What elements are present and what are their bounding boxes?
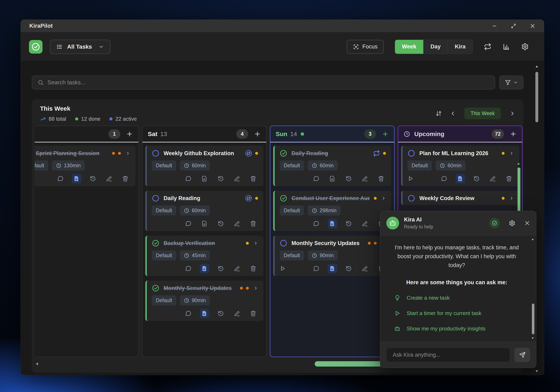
send-button[interactable] (514, 348, 530, 362)
notes-icon[interactable] (328, 219, 337, 228)
edit-icon[interactable] (360, 174, 370, 184)
column-scroll-up-icon[interactable] (516, 161, 521, 166)
scroll-left-icon[interactable] (35, 362, 40, 366)
expand-task-icon[interactable] (253, 286, 258, 291)
history-icon[interactable] (344, 219, 353, 228)
expand-task-icon[interactable] (509, 196, 514, 201)
task-status-circle-icon[interactable] (152, 149, 160, 157)
reports-icon[interactable] (502, 43, 510, 50)
task-card[interactable]: Daily ReadingDefault60min (273, 146, 391, 186)
task-card[interactable]: Sprint Planning SessionDefault130min (35, 146, 135, 186)
task-card[interactable]: Monthly Security UpdatesDefault90min (145, 281, 263, 321)
edit-icon[interactable] (360, 219, 370, 228)
delete-icon[interactable] (248, 264, 258, 273)
history-icon[interactable] (344, 264, 353, 273)
add-task-icon[interactable] (510, 130, 517, 137)
task-status-circle-icon[interactable] (408, 149, 415, 157)
add-task-icon[interactable] (126, 130, 133, 137)
kira-scroll-thumb[interactable] (532, 304, 534, 334)
next-week-icon[interactable] (509, 110, 515, 117)
delete-icon[interactable] (120, 174, 130, 184)
task-card[interactable]: Monthly Security UpdatesDefault90min (273, 235, 391, 276)
task-status-circle-icon[interactable] (280, 239, 287, 247)
expand-task-icon[interactable] (509, 151, 514, 156)
expand-task-icon[interactable] (253, 241, 258, 246)
history-icon[interactable] (472, 174, 481, 184)
notes-icon[interactable] (72, 174, 81, 184)
notes-icon[interactable] (200, 174, 209, 184)
vertical-scroll-thumb[interactable] (535, 72, 538, 122)
sort-icon[interactable] (436, 110, 442, 117)
task-status-circle-icon[interactable] (408, 194, 415, 202)
comment-icon[interactable] (183, 219, 193, 228)
scroll-up-icon[interactable] (535, 64, 539, 69)
kira-scroll-up-icon[interactable] (531, 237, 535, 241)
task-card[interactable]: Backup VerificationDefault45min (145, 235, 263, 276)
recurring-tasks-icon[interactable] (484, 43, 491, 50)
history-icon[interactable] (216, 219, 226, 228)
search-box[interactable] (32, 76, 495, 89)
kira-input[interactable] (393, 352, 504, 358)
notes-icon[interactable] (200, 219, 209, 228)
tab-kira[interactable]: Kira (448, 40, 472, 54)
task-card[interactable]: Conduct User Experience AuditDefault298m… (273, 191, 391, 231)
comment-icon[interactable] (56, 174, 65, 184)
notes-icon[interactable] (200, 309, 209, 318)
notes-icon[interactable] (328, 264, 337, 273)
history-icon[interactable] (88, 174, 98, 184)
history-icon[interactable] (216, 264, 226, 273)
kira-scroll-down-icon[interactable] (531, 336, 535, 340)
edit-icon[interactable] (232, 264, 242, 273)
start-timer-icon[interactable] (280, 265, 286, 272)
edit-icon[interactable] (488, 174, 498, 184)
delete-icon[interactable] (248, 219, 258, 228)
edit-icon[interactable] (232, 309, 242, 318)
all-tasks-dropdown[interactable]: All Tasks (50, 39, 110, 54)
comment-icon[interactable] (311, 174, 321, 184)
close-icon[interactable] (530, 23, 535, 29)
kira-suggestion[interactable]: Start a timer for my current task (394, 310, 522, 316)
comment-icon[interactable] (183, 174, 193, 184)
task-card[interactable]: Weekly Github ExplorationDefault60min (145, 146, 263, 186)
history-icon[interactable] (216, 174, 226, 184)
edit-icon[interactable] (104, 174, 114, 184)
tab-day[interactable]: Day (423, 40, 448, 54)
edit-icon[interactable] (232, 174, 242, 184)
comment-icon[interactable] (439, 174, 449, 184)
kira-suggestion[interactable]: Show me my productivity insights (394, 325, 522, 332)
edit-icon[interactable] (360, 264, 370, 273)
start-timer-icon[interactable] (408, 176, 414, 182)
kira-settings-icon[interactable] (509, 220, 515, 226)
maximize-icon[interactable] (511, 23, 516, 29)
expand-task-icon[interactable] (381, 196, 386, 201)
task-status-circle-icon[interactable] (152, 194, 160, 202)
kira-close-icon[interactable] (524, 220, 530, 226)
task-done-icon[interactable] (152, 284, 160, 292)
edit-icon[interactable] (232, 219, 242, 228)
notes-icon[interactable] (328, 174, 337, 184)
tab-week[interactable]: Week (395, 40, 423, 54)
task-done-icon[interactable] (280, 149, 287, 157)
add-task-icon[interactable] (254, 130, 261, 137)
add-task-icon[interactable] (382, 130, 389, 137)
history-icon[interactable] (344, 174, 353, 184)
settings-gear-icon[interactable] (521, 43, 529, 50)
comment-icon[interactable] (311, 264, 321, 273)
comment-icon[interactable] (183, 309, 193, 318)
history-icon[interactable] (216, 309, 226, 318)
scroll-down-icon[interactable] (535, 369, 539, 373)
minimize-icon[interactable] (492, 23, 497, 29)
expand-task-icon[interactable] (125, 151, 130, 156)
delete-icon[interactable] (376, 174, 386, 184)
delete-icon[interactable] (504, 174, 514, 184)
search-input[interactable] (47, 79, 489, 86)
task-card[interactable]: Weekly Code Review (401, 191, 519, 205)
kira-suggestion[interactable]: Create a new task (394, 295, 522, 301)
comment-icon[interactable] (311, 219, 321, 228)
task-done-icon[interactable] (280, 194, 287, 202)
task-done-icon[interactable] (152, 239, 160, 247)
notes-icon[interactable] (200, 264, 209, 273)
comment-icon[interactable] (183, 264, 193, 273)
week-range-button[interactable]: This Week (464, 108, 501, 119)
kira-input-box[interactable] (386, 348, 510, 362)
